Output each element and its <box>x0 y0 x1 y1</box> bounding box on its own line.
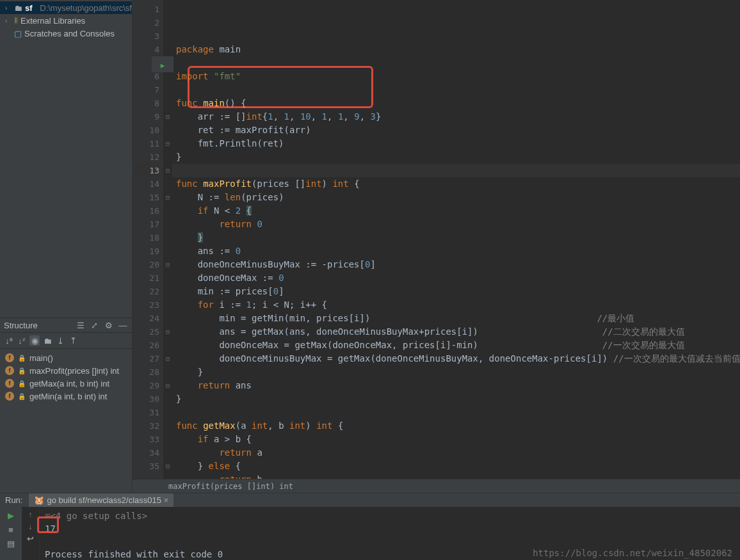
lock-icon: 🔒 <box>18 367 26 374</box>
lock-icon: 🔒 <box>18 393 26 400</box>
structure-title: Structure <box>4 321 72 330</box>
chevron-right-icon: › <box>5 4 12 12</box>
autoscroll-from-icon[interactable]: ⤒ <box>68 335 78 346</box>
output-result: 17 <box>45 524 56 534</box>
gear-icon[interactable]: ⚙ <box>104 320 114 330</box>
structure-item[interactable]: f 🔒 getMax(a int, b int) int <box>0 377 132 390</box>
editor-breadcrumb[interactable]: maxProfit(prices []int) int <box>133 479 740 493</box>
chevron-right-icon: › <box>5 17 12 24</box>
structure-item[interactable]: f 🔒 main() <box>0 351 132 364</box>
go-icon: 🐹 <box>34 495 44 505</box>
run-tool-window: Run: 🐹 go build sf/newclass2/class015 × … <box>0 493 740 560</box>
output-setup: <4 go setup calls> <box>50 511 147 521</box>
structure-header: Structure ☰ ⤢ ⚙ — <box>0 317 132 333</box>
package-icon[interactable]: 🖿 <box>42 335 52 346</box>
sort-icon[interactable]: ☰ <box>76 320 86 330</box>
lock-icon: 🔒 <box>18 380 26 387</box>
breadcrumb-item[interactable]: maxProfit(prices []int) int <box>168 482 293 491</box>
sort-visibility-icon[interactable]: ↓ᶻ <box>17 335 27 346</box>
minimize-icon[interactable]: — <box>118 320 128 330</box>
run-label: Run: <box>5 495 22 505</box>
line-number-gutter[interactable]: 1234▶56789101112131415161718192021222324… <box>133 0 163 479</box>
tree-external-libs[interactable]: › ⫴ External Libraries <box>0 14 132 27</box>
structure-item[interactable]: f 🔒 getMin(a int, b int) int <box>0 390 132 403</box>
structure-item-label: main() <box>29 353 53 363</box>
tree-scratches[interactable]: ▢ Scratches and Consoles <box>0 27 132 40</box>
structure-toolbar: ↓ª ↓ᶻ ◉ 🖿 ⤓ ⤒ <box>0 333 132 349</box>
root-path: D:\mysetup\gopath\src\sf <box>40 3 132 13</box>
run-subgutter: ↑ ↓ ↩ <box>22 507 40 560</box>
function-badge-icon: f <box>5 353 14 362</box>
structure-item-label: getMax(a int, b int) int <box>29 379 109 388</box>
run-tab-active[interactable]: 🐹 go build sf/newclass2/class015 × <box>29 493 173 507</box>
structure-item[interactable]: f 🔒 maxProfit(prices []int) int <box>0 364 132 377</box>
structure-item-label: maxProfit(prices []int) int <box>29 366 119 376</box>
scratch-icon: ▢ <box>14 29 22 38</box>
project-tree[interactable]: › 🖿 sf D:\mysetup\gopath\src\sf › ⫴ Exte… <box>0 0 132 317</box>
code-content[interactable]: package main import "fmt" func main() { … <box>172 0 740 479</box>
function-badge-icon: f <box>5 392 14 401</box>
left-panel: › 🖿 sf D:\mysetup\gopath\src\sf › ⫴ Exte… <box>0 0 133 493</box>
run-play-icon[interactable]: ▶ <box>5 509 17 521</box>
library-icon: ⫴ <box>14 15 18 26</box>
sort-alpha-icon[interactable]: ↓ª <box>4 335 14 346</box>
run-tabs-bar: Run: 🐹 go build sf/newclass2/class015 × <box>0 493 740 507</box>
run-gutter: ▶ ■ ▤ <box>0 507 22 560</box>
function-badge-icon: f <box>5 366 14 375</box>
folder-icon: 🖿 <box>14 3 22 13</box>
root-name: sf <box>25 3 33 13</box>
lock-icon: 🔒 <box>18 355 26 362</box>
watermark-text: https://blog.csdn.net/weixin_48502062 <box>533 547 732 559</box>
fields-icon[interactable]: ◉ <box>29 335 40 346</box>
up-icon[interactable]: ↑ <box>28 509 33 519</box>
expand-icon[interactable]: ⤢ <box>90 320 100 330</box>
close-icon[interactable]: × <box>164 496 168 505</box>
structure-item-label: getMin(a int, b int) int <box>29 392 107 401</box>
wrap-icon[interactable]: ↩ <box>27 534 34 543</box>
layout-icon[interactable]: ▤ <box>5 538 17 549</box>
editor[interactable]: 1234▶56789101112131415161718192021222324… <box>133 0 740 493</box>
scratches-label: Scratches and Consoles <box>24 29 115 38</box>
stop-icon[interactable]: ■ <box>5 524 17 535</box>
structure-list: f 🔒 main() f 🔒 maxProfit(prices []int) i… <box>0 349 132 405</box>
tree-root[interactable]: › 🖿 sf D:\mysetup\gopath\src\sf <box>0 1 132 14</box>
run-output[interactable]: ⊞<4 go setup calls> 17 Process finished … <box>40 507 740 560</box>
external-libs-label: External Libraries <box>20 16 85 26</box>
output-exit: Process finished with exit code 0 <box>45 549 223 559</box>
function-badge-icon: f <box>5 379 14 388</box>
down-icon[interactable]: ↓ <box>28 522 33 531</box>
run-tab-label: go build sf/newclass2/class015 <box>47 495 161 505</box>
autoscroll-to-icon[interactable]: ⤓ <box>55 335 65 346</box>
